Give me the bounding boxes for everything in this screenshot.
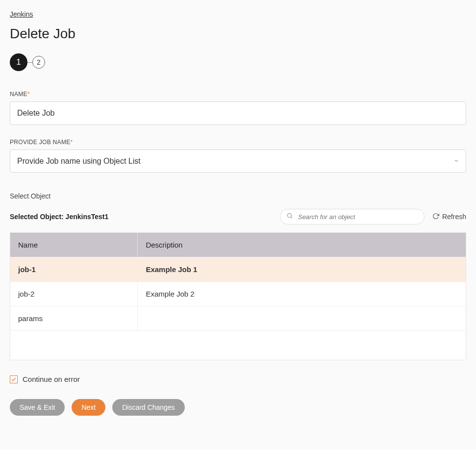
provide-job-label: PROVIDE JOB NAME* — [10, 139, 466, 146]
col-header-description: Description — [138, 233, 466, 257]
refresh-label: Refresh — [442, 213, 466, 221]
svg-point-0 — [287, 213, 291, 217]
step-1[interactable]: 1 — [10, 53, 27, 71]
required-mark: * — [71, 139, 73, 146]
stepper-connector — [27, 62, 32, 63]
cell-name: job-2 — [10, 282, 138, 306]
refresh-icon — [432, 213, 439, 221]
table-row[interactable]: job-1Example Job 1 — [10, 257, 466, 282]
svg-line-1 — [291, 217, 293, 219]
page-title: Delete Job — [10, 26, 466, 42]
table-row-empty — [10, 331, 466, 360]
name-label: NAME* — [10, 91, 466, 98]
cell-description: Example Job 2 — [138, 282, 466, 306]
continue-on-error-label: Continue on error — [23, 375, 80, 383]
next-button[interactable]: Next — [72, 399, 105, 416]
select-object-subtitle: Select Object — [10, 192, 466, 200]
cell-name: params — [10, 306, 138, 331]
table-row[interactable]: job-2Example Job 2 — [10, 282, 466, 306]
selected-object-label: Selected Object: JenkinsTest1 — [10, 213, 108, 221]
cell-name: job-1 — [10, 257, 138, 282]
search-box[interactable] — [280, 209, 425, 225]
search-icon — [286, 212, 293, 221]
table-row[interactable]: params — [10, 306, 466, 331]
object-table: Name Description job-1Example Job 1job-2… — [10, 232, 466, 360]
step-2[interactable]: 2 — [32, 56, 45, 69]
cell-description — [138, 306, 466, 331]
provide-job-select[interactable]: Provide Job name using Object List — [10, 150, 466, 173]
col-header-name: Name — [10, 233, 138, 257]
breadcrumb-link[interactable]: Jenkins — [10, 10, 33, 18]
refresh-button[interactable]: Refresh — [432, 213, 466, 221]
stepper: 1 2 — [10, 53, 466, 71]
required-mark: * — [27, 91, 30, 98]
cell-description: Example Job 1 — [138, 257, 466, 282]
name-input[interactable] — [10, 101, 466, 125]
continue-on-error-checkbox[interactable] — [10, 375, 18, 383]
search-input[interactable] — [297, 213, 418, 221]
save-exit-button[interactable]: Save & Exit — [10, 399, 65, 416]
discard-button[interactable]: Discard Changes — [112, 399, 184, 416]
